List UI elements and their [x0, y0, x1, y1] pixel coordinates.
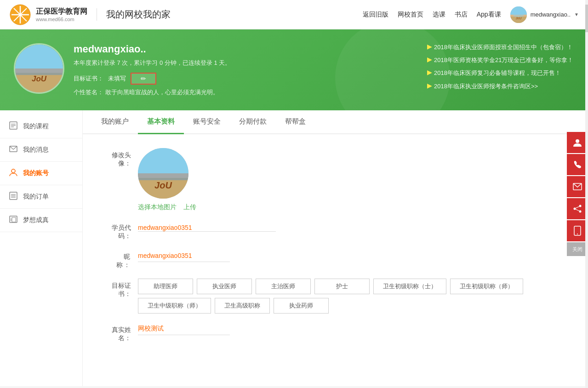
nickname-label: 昵 称： — [101, 250, 138, 269]
nav-select[interactable]: 选课 — [433, 11, 445, 19]
courses-icon — [9, 121, 17, 131]
cert-label: 目标证书： — [74, 74, 103, 83]
user-area[interactable]: JoU medwangxiao.. ▼ — [510, 6, 579, 23]
avatar-section: JoU 选择本地图片 上传 — [138, 148, 196, 211]
svg-point-31 — [579, 205, 582, 207]
real-name-label: 真实姓名： — [101, 323, 138, 342]
news-text-4[interactable]: 2018年临床执业医师报考条件咨询区>> — [434, 82, 538, 91]
banner-news: ▶ 2018年临床执业医师面授班全国招生中（包食宿）！ ▶ 2018年医师资格奖… — [427, 43, 574, 95]
logo-icon — [9, 4, 31, 26]
scrollbar[interactable] — [585, 0, 588, 386]
cert-row: 目标证书： 助理医师 执业医师 主治医师 护士 卫生初级职称（士） 卫生初级职称… — [101, 279, 570, 314]
sidebar-item-orders[interactable]: 我的订单 — [0, 185, 82, 209]
right-panel: 我的账户 基本资料 账号安全 分期付款 帮帮盒 修改头像： — [83, 110, 588, 386]
upload-link[interactable]: 上传 — [183, 203, 196, 211]
news-arrow-2: ▶ — [427, 56, 432, 63]
cert-btn-practitioner[interactable]: 执业医师 — [197, 279, 252, 294]
svg-point-32 — [574, 208, 576, 210]
news-arrow-4: ▶ — [427, 82, 432, 89]
news-item-3: ▶ 2018年临床医师复习必备辅导课程，现已开售！ — [427, 69, 574, 77]
header-title: 我的网校我的家 — [97, 8, 171, 21]
svg-point-16 — [11, 169, 15, 173]
news-text-2[interactable]: 2018年医师资格奖学金21万现金已准备好，等你拿！ — [434, 56, 573, 64]
svg-point-33 — [579, 211, 582, 213]
news-arrow-3: ▶ — [427, 69, 432, 76]
nav-home[interactable]: 网校首页 — [398, 11, 423, 19]
select-photo-link[interactable]: 选择本地图片 — [138, 203, 177, 211]
svg-rect-27 — [138, 173, 188, 180]
sidebar: 我的课程 我的消息 我的账号 — [0, 110, 83, 386]
svg-text:JoU: JoU — [515, 17, 521, 20]
banner-stats: 本年度累计登录 7 次，累计学习 0 分钟，已连续登录 1 天。 — [74, 59, 231, 67]
cert-btn-health-mid[interactable]: 卫生中级职称（师） — [138, 298, 211, 314]
cert-btn-health-junior-s[interactable]: 卫生初级职称（士） — [373, 279, 446, 294]
svg-text:JoU: JoU — [32, 74, 47, 83]
cert-btn-health-senior[interactable]: 卫生高级职称 — [215, 298, 270, 314]
logo-area: 正保医学教育网 www.med66.com — [9, 4, 87, 26]
user-name: medwangxiao.. — [531, 11, 571, 18]
header: 正保医学教育网 www.med66.com 我的网校我的家 返回旧版 网校首页 … — [0, 0, 588, 29]
sidebar-item-account[interactable]: 我的账号 — [0, 162, 82, 185]
banner-cert: 目标证书： 未填写 ✏ — [74, 73, 231, 85]
account-icon — [9, 168, 17, 178]
student-code-value: medwangxiao0351 — [138, 221, 276, 232]
sidebar-item-dreams[interactable]: 梦想成真 — [0, 209, 82, 232]
tab-my-account[interactable]: 我的账户 — [92, 110, 138, 134]
student-code-label: 学员代码： — [101, 221, 138, 240]
dropdown-arrow-icon: ▼ — [574, 12, 579, 17]
nickname-row: 昵 称： — [101, 250, 570, 269]
news-text-3[interactable]: 2018年临床医师复习必备辅导课程，现已开售！ — [434, 69, 561, 77]
edit-cert-button[interactable]: ✏ — [131, 73, 156, 85]
scrollbar-thumb[interactable] — [585, 5, 588, 32]
logo-text: 正保医学教育网 www.med66.com — [36, 7, 87, 22]
banner-info: medwangxiao.. 本年度累计登录 7 次，累计学习 0 分钟，已连续登… — [74, 43, 231, 97]
news-item-1: ▶ 2018年临床执业医师面授班全国招生中（包食宿）！ — [427, 43, 574, 51]
profile-content: 修改头像： JoU 选择本地图片 上传 — [83, 134, 588, 365]
real-name-row: 真实姓名： — [101, 323, 570, 342]
tab-payment[interactable]: 分期付款 — [230, 110, 276, 134]
avatar-label: 修改头像： — [101, 148, 138, 168]
banner-avatar: JoU — [14, 43, 64, 94]
svg-text:JoU: JoU — [154, 180, 172, 190]
news-text-1[interactable]: 2018年临床执业医师面授班全国招生中（包食宿）！ — [434, 43, 573, 51]
cert-value: 未填写 — [108, 74, 126, 83]
tab-basic-info[interactable]: 基本资料 — [138, 110, 184, 134]
svg-point-37 — [577, 234, 578, 234]
sidebar-label-account: 我的账号 — [23, 169, 49, 177]
edit-icon: ✏ — [141, 75, 146, 82]
avatar-buttons: 选择本地图片 上传 — [138, 203, 196, 211]
news-item-2: ▶ 2018年医师资格奖学金21万现金已准备好，等你拿！ — [427, 56, 574, 64]
nav-app[interactable]: App看课 — [477, 11, 501, 19]
sidebar-item-courses[interactable]: 我的课程 — [0, 115, 82, 138]
svg-rect-21 — [10, 216, 17, 223]
real-name-input[interactable] — [138, 323, 230, 335]
dreams-icon — [9, 215, 17, 225]
banner-signature: 个性签名： 敢于向黑暗宣战的人，心里必须充满光明。 — [74, 88, 231, 97]
cert-btn-attending[interactable]: 主治医师 — [256, 279, 311, 294]
sidebar-label-dreams: 梦想成真 — [23, 216, 49, 224]
sidebar-label-messages: 我的消息 — [23, 146, 49, 154]
cert-btn-assistant[interactable]: 助理医师 — [138, 279, 193, 294]
sidebar-item-messages[interactable]: 我的消息 — [0, 138, 82, 162]
nav-back[interactable]: 返回旧版 — [363, 11, 388, 19]
main-content: 我的课程 我的消息 我的账号 — [0, 110, 588, 386]
sidebar-label-orders: 我的订单 — [23, 193, 49, 201]
cert-btn-pharmacist[interactable]: 执业药师 — [274, 298, 329, 314]
student-code-row: 学员代码： medwangxiao0351 — [101, 221, 570, 240]
tab-help[interactable]: 帮帮盒 — [276, 110, 315, 134]
close-label: 关闭 — [572, 246, 582, 253]
banner: JoU medwangxiao.. 本年度累计登录 7 次，累计学习 0 分钟，… — [0, 29, 588, 110]
svg-point-29 — [576, 139, 579, 143]
tab-security[interactable]: 账号安全 — [184, 110, 230, 134]
header-nav: 返回旧版 网校首页 选课 书店 App看课 JoU medwangxiao.. … — [363, 6, 579, 23]
orders-icon — [9, 192, 17, 202]
nav-bookstore[interactable]: 书店 — [455, 11, 468, 19]
tabs: 我的账户 基本资料 账号安全 分期付款 帮帮盒 — [83, 110, 588, 134]
cert-btn-health-junior-t[interactable]: 卫生初级职称（师） — [450, 279, 523, 294]
logo-name: 正保医学教育网 — [36, 7, 87, 17]
nickname-input[interactable] — [138, 250, 230, 262]
cert-btn-nurse[interactable]: 护士 — [314, 279, 370, 294]
svg-line-34 — [576, 206, 579, 208]
sidebar-label-courses: 我的课程 — [23, 122, 49, 131]
banner-username: medwangxiao.. — [74, 43, 231, 55]
